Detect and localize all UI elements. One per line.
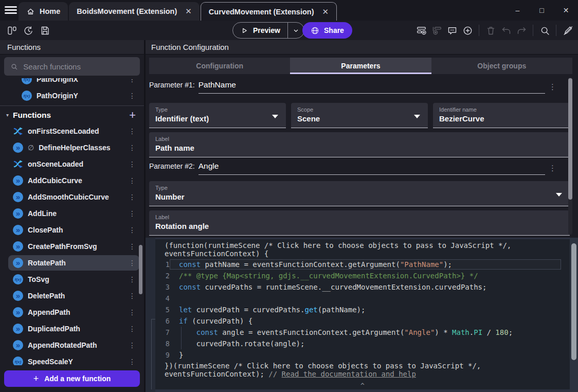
item-menu-button[interactable]: ⋮ [129, 226, 135, 234]
scope-select[interactable]: Scope Scene [291, 103, 428, 128]
field-label: Type [155, 106, 280, 113]
menu-hamburger-icon[interactable] [5, 6, 17, 14]
search-input[interactable] [23, 62, 134, 71]
item-menu-button[interactable]: ⋮ [129, 358, 135, 365]
sidebar-item-onFirstSceneLoaded[interactable]: onFirstSceneLoaded⋮ [0, 123, 144, 139]
code-line-4[interactable]: 4 [155, 293, 570, 304]
item-menu-button[interactable]: ⋮ [129, 308, 135, 316]
sidebar-item-DuplicatedPath[interactable]: »DuplicatedPath⋮ [0, 320, 144, 337]
code-scrollbar-thumb[interactable] [571, 243, 576, 360]
code-wrapper-bottom-1[interactable]: })(runtimeScene /* Click here to choose … [155, 362, 570, 370]
parameter-name-input[interactable]: Angle [198, 162, 545, 175]
sidebar-item-SpeedScaleY[interactable]: f(x)SpeedScaleY⋮ [0, 353, 144, 365]
code-line-1[interactable]: 1const pathName = eventsFunctionContext.… [155, 259, 570, 270]
toolbar-separator [556, 25, 556, 36]
item-menu-button[interactable]: ⋮ [129, 193, 135, 201]
code-line-6[interactable]: 6if (curvedPath) { [155, 315, 570, 327]
code-wrapper-top-2[interactable]: eventsFunctionContext) { [155, 250, 570, 258]
code-line-2[interactable]: 2/** @type {Map<string, gdjs.__curvedMov… [155, 270, 570, 281]
sidebar-item-ClosePath[interactable]: »ClosePath⋮ [0, 222, 144, 238]
item-menu-button[interactable]: ⋮ [129, 275, 135, 283]
type-select[interactable]: Type Number [149, 181, 570, 206]
item-menu-button[interactable]: ⋮ [129, 341, 135, 349]
parameter-heading: Parameter #2: [149, 162, 195, 170]
parameters-scrollbar-thumb[interactable] [568, 78, 572, 200]
add-comment-icon[interactable] [446, 25, 458, 36]
collapse-triangle-icon[interactable]: ▾ [6, 112, 9, 118]
editor-collapse-caret[interactable]: ^ [155, 383, 570, 388]
item-menu-button[interactable]: ⋮ [129, 92, 135, 100]
preview-button-main[interactable]: Preview [233, 26, 287, 34]
type-select[interactable]: Type Identifier (text) [149, 103, 286, 128]
identifier-name-field[interactable]: Identifier name BezierCurve [433, 103, 570, 128]
close-icon[interactable]: ✕ [185, 7, 192, 16]
share-label: Share [324, 26, 344, 34]
history-icon[interactable] [23, 25, 34, 36]
add-other-event-icon[interactable] [462, 25, 473, 36]
item-menu-button[interactable]: ⋮ [129, 78, 135, 83]
sidebar-item-PathOriginX[interactable]: f(x)PathOriginX⋮ [0, 78, 144, 87]
edit-code-icon[interactable] [562, 25, 573, 36]
javascript-code-editor[interactable]: (function(runtimeScene /* Click here to … [155, 239, 570, 389]
item-menu-button[interactable]: ⋮ [129, 259, 135, 267]
item-menu-button[interactable]: ⋮ [129, 325, 135, 333]
tab-boidsmovement[interactable]: BoidsMovement (Extension) ✕ [69, 2, 200, 21]
item-menu-button[interactable]: ⋮ [129, 160, 135, 168]
label-field[interactable]: Label Rotation angle [149, 210, 570, 236]
item-menu-button[interactable]: ⋮ [129, 144, 135, 152]
functions-section-header[interactable]: ▾ Functions + [0, 107, 144, 123]
preview-dropdown-button[interactable] [288, 27, 304, 34]
add-event-icon[interactable] [416, 25, 427, 36]
parameter-menu-button[interactable]: ⋮ [549, 82, 556, 92]
tab-home[interactable]: Home [19, 2, 68, 21]
window-minimize-button[interactable]: – [505, 0, 530, 21]
sidebar-item-ToSvg[interactable]: f(x)ToSvg⋮ [0, 271, 144, 288]
close-icon[interactable]: ✕ [322, 7, 329, 16]
add-function-icon[interactable]: + [129, 110, 136, 120]
sidebar-item-PathOriginY[interactable]: f(x)PathOriginY⋮ [0, 87, 144, 104]
code-line-9[interactable]: 9} [155, 349, 570, 361]
window-maximize-button[interactable]: □ [530, 0, 554, 21]
code-wrapper-top-1[interactable]: (function(runtimeScene /* Click here to … [155, 241, 570, 250]
comment-prefix: // [268, 370, 281, 378]
add-new-function-button[interactable]: + Add a new function [4, 370, 140, 387]
sidebar-item-AddSmoothCubicCurve[interactable]: »AddSmoothCubicCurve⋮ [0, 189, 144, 205]
save-icon[interactable] [39, 25, 50, 36]
sidebar-scrollbar[interactable] [139, 245, 142, 294]
item-menu-button[interactable]: ⋮ [129, 292, 135, 300]
sidebar-item-AppendPath[interactable]: »AppendPath⋮ [0, 304, 144, 320]
tab-curvedmovement[interactable]: CurvedMovement (Extension) ✕ [201, 2, 337, 21]
tab-configuration[interactable]: Configuration [149, 58, 290, 74]
panels-icon[interactable] [6, 25, 17, 36]
sidebar-item-AppendRotatedPath[interactable]: »AppendRotatedPath⋮ [0, 337, 144, 353]
search-icon[interactable] [539, 25, 550, 36]
code-line-3[interactable]: 3const curvedPaths = runtimeScene.__curv… [155, 281, 570, 293]
item-menu-button[interactable]: ⋮ [129, 176, 135, 185]
sidebar-item-onSceneLoaded[interactable]: onSceneLoaded⋮ [0, 156, 144, 172]
function-name: PathOriginY [37, 92, 129, 100]
sidebar-item-DeletePath[interactable]: »DeletePath⋮ [0, 288, 144, 304]
parameter-menu-button[interactable]: ⋮ [549, 164, 556, 173]
item-menu-button[interactable]: ⋮ [129, 242, 135, 251]
sidebar-item-CreatePathFromSvg[interactable]: »CreatePathFromSvg⋮ [0, 238, 144, 255]
share-button[interactable]: Share [302, 22, 352, 39]
line-content: const curvedPaths = runtimeScene.__curve… [170, 282, 561, 292]
item-menu-button[interactable]: ⋮ [129, 209, 135, 218]
tab-object-groups[interactable]: Object groups [431, 58, 572, 74]
code-line-8[interactable]: 8 curvedPath.rotate(angle); [155, 338, 570, 349]
search-functions-box[interactable] [4, 57, 140, 76]
sidebar-item-DefineHelperClasses[interactable]: »∅DefineHelperClasses⋮ [0, 139, 144, 156]
item-menu-button[interactable]: ⋮ [129, 127, 135, 135]
label-field[interactable]: Label Path name [149, 132, 570, 157]
function-name: AppendRotatedPath [28, 341, 129, 349]
window-close-button[interactable]: ✕ [554, 0, 578, 21]
tab-parameters[interactable]: Parameters [290, 58, 431, 74]
sidebar-item-RotatePath[interactable]: »RotatePath⋮ [0, 255, 144, 271]
documentation-link[interactable]: Read the documentation and help [282, 370, 416, 378]
preview-button[interactable]: Preview [232, 22, 304, 39]
parameter-name-input[interactable]: PathName [198, 80, 545, 94]
code-line-7[interactable]: 7 const angle = eventsFunctionContext.ge… [155, 327, 570, 338]
sidebar-item-AddLine[interactable]: »AddLine⋮ [0, 205, 144, 222]
sidebar-item-AddCubicCurve[interactable]: »AddCubicCurve⋮ [0, 172, 144, 189]
code-line-5[interactable]: 5let curvedPath = curvedPaths.get(pathNa… [155, 304, 570, 315]
